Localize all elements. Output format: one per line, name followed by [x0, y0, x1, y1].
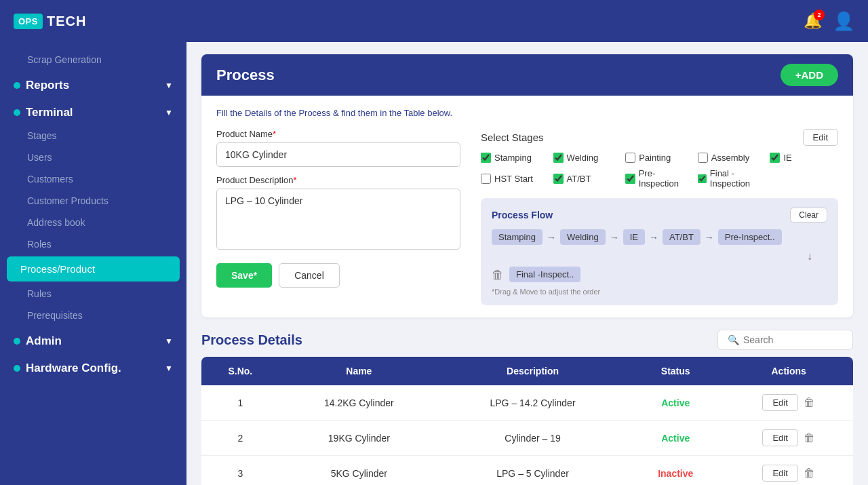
- row-name: 19KG Cylinder: [279, 421, 439, 456]
- sidebar-item-customer-products[interactable]: Customer Products: [0, 190, 186, 212]
- stage-check-assembly[interactable]: Assembly: [698, 153, 766, 163]
- row-sno: 2: [201, 421, 279, 456]
- user-profile-button[interactable]: 👤: [833, 11, 854, 32]
- stage-check-final--inspection[interactable]: Final -Inspection: [698, 168, 766, 189]
- flow-arrow-icon: →: [547, 232, 556, 243]
- stage-checkbox-at/bt[interactable]: [553, 174, 564, 184]
- search-icon: 🔍: [728, 334, 739, 345]
- sidebar-section-admin[interactable]: Admin ▼: [0, 326, 186, 353]
- cancel-button[interactable]: Cancel: [279, 263, 340, 288]
- notification-badge: 2: [814, 9, 825, 20]
- row-actions: Edit🗑: [724, 456, 853, 486]
- delete-row-button[interactable]: 🗑: [804, 467, 815, 480]
- flow-second-row: ↓: [492, 250, 827, 263]
- edit-row-button[interactable]: Edit: [762, 394, 797, 411]
- process-table: S.No.NameDescriptionStatusActions 114.2K…: [201, 357, 853, 485]
- stage-check-welding[interactable]: Welding: [553, 153, 622, 163]
- stage-check-stamping[interactable]: Stamping: [481, 153, 549, 163]
- sidebar-section-terminal[interactable]: Terminal ▼: [0, 98, 186, 125]
- sidebar-item-address-book[interactable]: Address book: [0, 212, 186, 233]
- flow-node-final: Final -Inspect..: [509, 267, 580, 282]
- table-body: 114.2KG CylinderLPG – 14.2 CylinderActiv…: [201, 385, 853, 485]
- table-row: 219KG CylinderCylinder – 19ActiveEdit🗑: [201, 421, 853, 456]
- stages-section: Select Stages Edit StampingWeldingPainti…: [481, 129, 838, 189]
- top-nav: OPS TECH 🔔 2 👤: [0, 0, 868, 42]
- sidebar-item-roles[interactable]: Roles: [0, 233, 186, 255]
- helper-text: Fill the Details of the Process & find t…: [216, 108, 838, 118]
- stage-checkbox-painting[interactable]: [625, 153, 635, 163]
- flow-arrow-icon: →: [705, 232, 714, 243]
- row-status: Inactive: [627, 456, 724, 486]
- stage-checkbox-pre-inspection[interactable]: [625, 174, 635, 184]
- process-body: Fill the Details of the Process & find t…: [201, 96, 853, 317]
- search-input[interactable]: [743, 334, 838, 345]
- sidebar-process-label: Process/Product: [20, 263, 95, 275]
- sidebar-section-hardware[interactable]: Hardware Config. ▼: [0, 353, 186, 381]
- stage-checkbox-stamping[interactable]: [481, 153, 491, 163]
- stage-checkbox-assembly[interactable]: [698, 153, 708, 163]
- table-title: Process Details: [201, 332, 302, 348]
- stages-title: Select Stages: [481, 132, 544, 143]
- product-name-input[interactable]: [216, 142, 460, 167]
- row-status: Active: [627, 421, 724, 456]
- stage-checkbox-ie[interactable]: [770, 153, 780, 163]
- sidebar-item-prerequisites[interactable]: Prerequisites: [0, 305, 186, 326]
- flow-arrow-icon: →: [610, 232, 619, 243]
- admin-dot: [14, 338, 20, 345]
- row-name: 5KG Cylinder: [279, 456, 439, 486]
- table-section: Process Details 🔍 S.No.NameDescriptionSt…: [201, 330, 853, 485]
- stage-check-pre-inspection[interactable]: Pre-Inspection: [625, 168, 694, 189]
- row-actions: Edit🗑: [724, 421, 853, 456]
- stage-check-hst-start[interactable]: HST Start: [481, 168, 549, 189]
- sidebar-item-process-product[interactable]: Process/Product: [7, 256, 180, 282]
- stage-checkbox-hst-start[interactable]: [481, 174, 491, 184]
- sidebar-hardware-label: Hardware Config.: [26, 362, 121, 375]
- status-badge: Active: [661, 397, 690, 408]
- stages-header: Select Stages Edit: [481, 129, 838, 146]
- edit-row-button[interactable]: Edit: [762, 429, 797, 446]
- delete-row-button[interactable]: 🗑: [804, 396, 815, 410]
- row-sno: 1: [201, 385, 279, 421]
- admin-arrow-icon: ▼: [165, 336, 173, 346]
- flow-node: Pre-Inspect..: [718, 229, 782, 245]
- table-header-row-el: S.No.NameDescriptionStatusActions: [201, 357, 853, 385]
- row-action-container: Edit🗑: [734, 465, 844, 482]
- row-description: Cylinder – 19: [439, 421, 627, 456]
- stage-checkbox-welding[interactable]: [553, 153, 564, 163]
- stage-check-at/bt[interactable]: AT/BT: [553, 168, 622, 189]
- stage-check-ie[interactable]: IE: [770, 153, 838, 163]
- sidebar-item-customers[interactable]: Customers: [0, 168, 186, 190]
- product-desc-label: Product Description*: [216, 175, 460, 185]
- notification-button[interactable]: 🔔 2: [804, 12, 822, 30]
- flow-nodes-row2: Final -Inspect..: [509, 268, 580, 280]
- stage-checkbox-final--inspection[interactable]: [698, 174, 707, 184]
- product-desc-input[interactable]: LPG – 10 Cylinder: [216, 189, 460, 250]
- table-col-name: Name: [279, 357, 439, 385]
- clear-flow-button[interactable]: Clear: [790, 208, 827, 222]
- brand: OPS TECH: [14, 14, 86, 29]
- sidebar-item-rules[interactable]: Rules: [0, 283, 186, 305]
- flow-trash-icon[interactable]: 🗑: [492, 268, 504, 282]
- sidebar-section-reports[interactable]: Reports ▼: [0, 71, 186, 98]
- add-process-button[interactable]: +ADD: [781, 64, 838, 86]
- sidebar-item-users[interactable]: Users: [0, 147, 186, 168]
- save-button[interactable]: Save*: [216, 263, 272, 288]
- sidebar: Scrap Generation Reports ▼ Terminal ▼ St…: [0, 42, 186, 485]
- brand-name: TECH: [47, 14, 86, 29]
- delete-row-button[interactable]: 🗑: [804, 431, 815, 445]
- table-head: S.No.NameDescriptionStatusActions: [201, 357, 853, 385]
- stages-edit-button[interactable]: Edit: [803, 129, 838, 146]
- main-content: Process +ADD Fill the Details of the Pro…: [186, 42, 868, 485]
- stage-check-painting[interactable]: Painting: [625, 153, 694, 163]
- status-badge: Active: [661, 433, 690, 444]
- reports-arrow-icon: ▼: [165, 81, 173, 90]
- edit-row-button[interactable]: Edit: [762, 465, 797, 482]
- row-description: LPG – 14.2 Cylinder: [439, 385, 627, 421]
- sidebar-item-stages[interactable]: Stages: [0, 125, 186, 147]
- stages-checkboxes: StampingWeldingPaintingAssemblyIEHST Sta…: [481, 153, 838, 189]
- table-col-status: Status: [627, 357, 724, 385]
- sidebar-item-scrap[interactable]: Scrap Generation: [0, 49, 186, 71]
- table-row: 35KG CylinderLPG – 5 CylinderInactiveEdi…: [201, 456, 853, 486]
- flow-node: AT/BT: [663, 229, 701, 245]
- flow-row2-container: 🗑 Final -Inspect..: [492, 265, 827, 282]
